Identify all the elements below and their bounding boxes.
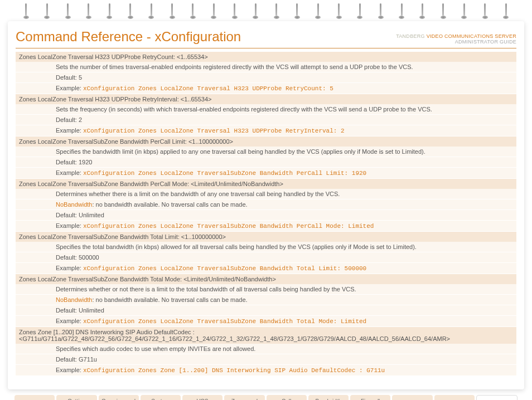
command-description: Default: 2 xyxy=(16,115,516,125)
command-header: Zones LocalZone TraversalSubZone Bandwid… xyxy=(16,179,516,189)
command-example: ExamplexConfiguration Zones LocalZone Tr… xyxy=(16,125,516,136)
brand-name: TANDBERG xyxy=(396,33,425,39)
tab-call-processing[interactable]: Call Processing xyxy=(267,395,307,400)
tab-vcs-configuration[interactable]: VCS Configuration xyxy=(182,395,223,400)
document-page: Command Reference - xConfiguration TANDB… xyxy=(8,21,524,389)
command-description: Default: G711u xyxy=(16,354,516,364)
product-name: VIDEO COMMUNICATIONS SERVER xyxy=(427,33,516,39)
command-header: Zones LocalZone Traversal H323 UDPProbe … xyxy=(16,52,516,62)
command-example: ExamplexConfiguration Zones Zone [1..200… xyxy=(16,365,516,375)
command-header: Zones LocalZone TraversalSubZone Bandwid… xyxy=(16,274,516,284)
command-description: Specifies which audio codec to use when … xyxy=(16,344,516,354)
command-note: NoBandwidth: no bandwidth available. No … xyxy=(16,199,516,209)
tab-applications[interactable]: Applications xyxy=(392,395,432,400)
command-description: Specifies the total bandwidth (in kbps) … xyxy=(16,242,516,252)
tab-appendices[interactable]: Appendices xyxy=(476,395,518,400)
tab-maintenance[interactable]: Maintenance xyxy=(434,395,475,400)
command-example: ExamplexConfiguration Zones LocalZone Tr… xyxy=(16,168,516,178)
command-default: Default: Unlimited xyxy=(16,210,516,220)
tab-firewall-traversal[interactable]: Firewall Traversal xyxy=(350,395,390,400)
tab-getting-started[interactable]: Getting Started xyxy=(56,395,96,400)
command-example: ExamplexConfiguration Zones LocalZone Tr… xyxy=(16,83,516,94)
command-default: Default: Unlimited xyxy=(16,305,516,315)
command-description: Sets the frequency (in seconds) with whi… xyxy=(16,104,516,114)
command-example: ExamplexConfiguration Zones LocalZone Tr… xyxy=(16,316,516,326)
tab-introduction[interactable]: Introduction xyxy=(14,395,55,400)
tab-zones-and-neighbors[interactable]: Zones and Neighbors xyxy=(224,395,264,400)
command-description: Default: 500000 xyxy=(16,252,516,262)
brand-header: TANDBERG VIDEO COMMUNICATIONS SERVER ADM… xyxy=(396,33,516,45)
command-header: Zones LocalZone TraversalSubZone Bandwid… xyxy=(16,136,516,147)
command-note: NoBandwidth: no bandwidth available. No … xyxy=(16,295,516,305)
command-header: Zones LocalZone Traversal H323 UDPProbe … xyxy=(16,94,516,104)
command-header: Zones Zone [1..200] DNS Interworking SIP… xyxy=(16,327,516,344)
command-description: Specifies the bandwidth limit (in kbps) … xyxy=(16,147,516,157)
command-description: Determines whether there is a limit on t… xyxy=(16,189,516,199)
tab-system-configuration[interactable]: System Configuration xyxy=(141,395,181,400)
page-title: Command Reference - xConfiguration xyxy=(16,29,241,45)
command-header: Zones LocalZone TraversalSubZone Bandwid… xyxy=(16,232,516,242)
command-description: Sets the number of times traversal-enabl… xyxy=(16,62,516,72)
command-table: Zones LocalZone Traversal H323 UDPProbe … xyxy=(16,52,516,375)
command-example: ExamplexConfiguration Zones LocalZone Tr… xyxy=(16,263,516,274)
spiral-binding xyxy=(4,0,528,21)
command-example: ExamplexConfiguration Zones LocalZone Tr… xyxy=(16,221,516,231)
command-description: Default: 1920 xyxy=(16,157,516,167)
tab-bandwidth-control[interactable]: Bandwidth Control xyxy=(308,395,349,400)
tab-overview-and-status[interactable]: Overview and Status xyxy=(99,395,139,400)
nav-tabs: IntroductionGetting StartedOverview and … xyxy=(4,389,528,400)
command-description: Default: 5 xyxy=(16,72,516,82)
command-description: Determines whether or not there is a lim… xyxy=(16,284,516,294)
guide-subtitle: ADMINISTRATOR GUIDE xyxy=(455,39,516,45)
